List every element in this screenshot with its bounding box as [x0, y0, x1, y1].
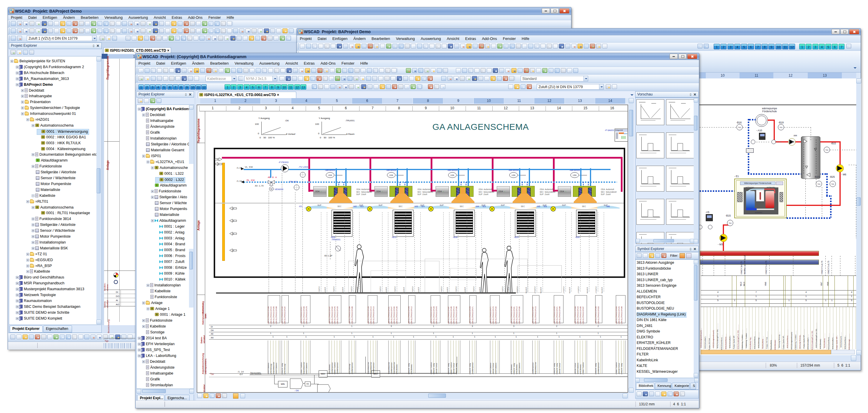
svg-text:TIO: TIO [826, 149, 828, 151]
svg-text:TIO: TIO [729, 222, 732, 224]
svg-text:LEA: LEA [451, 174, 455, 176]
svg-text:TIO: TIO [738, 127, 741, 128]
svg-text:ZU: ZU [217, 159, 219, 160]
svg-text:AB: AB [231, 233, 234, 235]
svg-text:AB: AB [231, 250, 234, 251]
svg-text:LEA: LEA [390, 174, 393, 176]
svg-text:TIO: TIO [831, 183, 834, 185]
svg-text:AB: AB [231, 208, 234, 209]
svg-text:AB: AB [231, 220, 234, 222]
svg-text:LEA: LEA [573, 174, 577, 176]
svg-text:LEA: LEA [328, 174, 332, 176]
svg-text:M: M [271, 188, 273, 191]
svg-text:Spi: Spi [792, 141, 794, 143]
svg-text:TIO: TIO [817, 183, 820, 185]
svg-text:TIO: TIO [779, 127, 782, 128]
svg-text:LEA: LEA [512, 174, 516, 176]
svg-text:AB: AB [217, 163, 219, 165]
